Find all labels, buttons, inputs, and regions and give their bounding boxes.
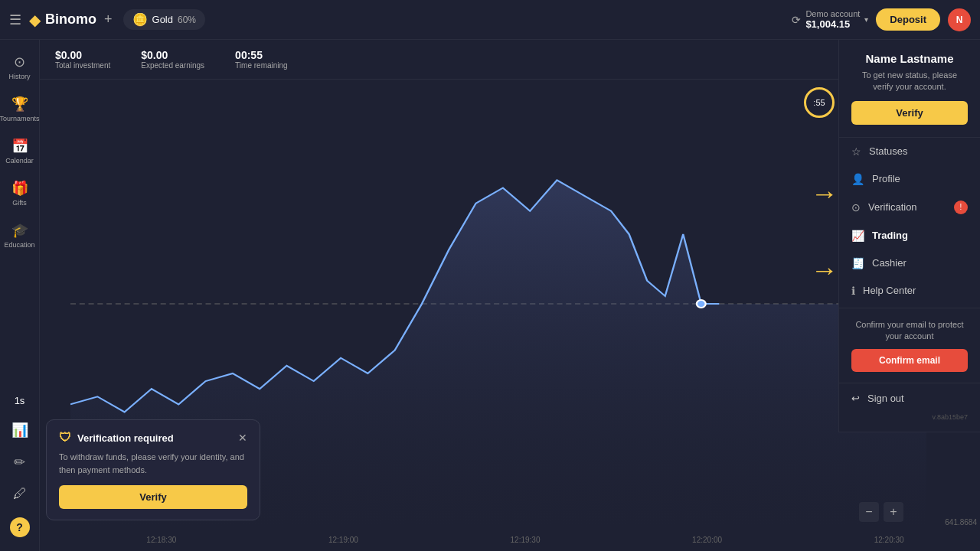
time-label-1: 12:18:30 xyxy=(146,536,176,544)
account-selector[interactable]: 🪙 Gold 60% xyxy=(123,9,206,30)
time-label-3: 12:19:30 xyxy=(511,536,541,544)
zoom-controls: − + xyxy=(859,502,903,522)
version-label: v.8ab15be7 xyxy=(839,410,980,424)
sign-out-button[interactable]: ↩ Sign out xyxy=(839,386,980,410)
sidebar-item-pencil[interactable]: 🖊 xyxy=(0,480,39,508)
confirm-email-button[interactable]: Confirm email xyxy=(851,349,968,372)
time-remaining-value: 00:55 xyxy=(235,49,288,61)
menu-item-cashier[interactable]: 🧾 Cashier xyxy=(839,249,980,277)
sidebar-item-label: History xyxy=(8,73,30,80)
cashier-label: Cashier xyxy=(872,257,906,269)
profile-dropdown: Name Lastname To get new status, please … xyxy=(838,40,980,432)
pencil-icon: 🖊 xyxy=(13,486,27,502)
time-button: 1s xyxy=(15,395,25,406)
dropdown-divider-2 xyxy=(839,383,980,383)
shield-icon: 🛡 xyxy=(59,431,71,445)
toast-close-button[interactable]: ✕ xyxy=(238,432,247,444)
profile-header: Name Lastname To get new status, please … xyxy=(839,40,980,138)
zoom-out-button[interactable]: − xyxy=(859,502,879,522)
price-axis-label: 641.8684 xyxy=(945,518,977,527)
dropdown-divider xyxy=(839,308,980,308)
confirm-email-label: Confirm your email to protect your accou… xyxy=(851,319,968,343)
cashier-icon: 🧾 xyxy=(851,257,864,269)
plus-button[interactable]: + xyxy=(104,11,113,28)
menu-item-statuses[interactable]: ☆ Statuses xyxy=(839,138,980,165)
sidebar-item-gifts[interactable]: 🎁 Gifts xyxy=(0,174,39,213)
arrow-right-2: → xyxy=(811,254,838,286)
sidebar-item-draw[interactable]: ✏ xyxy=(0,448,39,477)
total-investment-label: Total investment xyxy=(55,61,110,70)
expected-earnings-stat: $0.00 Expected earnings xyxy=(141,49,204,70)
topnav: ☰ ◆ Binomo + 🪙 Gold 60% ⟳ Demo account $… xyxy=(0,0,980,40)
sidebar-item-calendar[interactable]: 📅 Calendar xyxy=(0,132,39,171)
timer-value: :55 xyxy=(813,98,825,107)
sidebar-item-label: Gifts xyxy=(12,199,27,207)
calendar-icon: 📅 xyxy=(11,138,28,155)
sidebar-item-1s[interactable]: 1s xyxy=(0,389,39,412)
education-icon: 🎓 xyxy=(11,222,28,239)
total-investment-value: $0.00 xyxy=(55,49,110,61)
logo-icon: ◆ xyxy=(29,11,41,29)
refresh-icon: ⟳ xyxy=(792,14,801,26)
menu-item-verification[interactable]: ⊙ Verification ! xyxy=(839,193,980,222)
verification-label: Verification xyxy=(868,201,917,213)
time-label-4: 12:20:00 xyxy=(692,536,722,544)
time-label-2: 12:19:00 xyxy=(328,536,358,544)
total-investment-stat: $0.00 Total investment xyxy=(55,49,110,70)
toast-verify-button[interactable]: Verify xyxy=(59,485,247,509)
statuses-icon: ☆ xyxy=(851,145,861,158)
chevron-down-icon: ▾ xyxy=(864,15,868,24)
help-center-label: Help Center xyxy=(863,285,916,296)
profile-name: Name Lastname xyxy=(851,52,968,65)
sidebar-item-education[interactable]: 🎓 Education xyxy=(0,216,39,255)
menu-item-trading[interactable]: 📈 Trading xyxy=(839,222,980,249)
help-center-icon: ℹ xyxy=(851,285,855,297)
help-circle: ? xyxy=(10,517,30,537)
sidebar-item-label: Education xyxy=(4,241,34,249)
signout-icon: ↩ xyxy=(851,393,860,404)
avatar[interactable]: N xyxy=(948,8,971,31)
draw-icon: ✏ xyxy=(14,454,25,471)
verification-toast: 🛡 Verification required ✕ To withdraw fu… xyxy=(46,419,260,520)
svg-point-1 xyxy=(697,300,706,308)
time-remaining-label: Time remaining xyxy=(235,61,288,70)
toast-title: 🛡 Verification required xyxy=(59,431,174,445)
time-label-5: 12:20:30 xyxy=(874,536,904,544)
deposit-button[interactable]: Deposit xyxy=(876,8,940,31)
expected-earnings-value: $0.00 xyxy=(141,49,204,61)
sidebar-item-tournaments[interactable]: 🏆 Tournaments xyxy=(0,90,39,129)
statuses-label: Statuses xyxy=(869,145,908,157)
account-percent: 60% xyxy=(178,15,196,25)
sidebar-item-help[interactable]: ? xyxy=(0,511,39,543)
sidebar-item-history[interactable]: ⊙ History xyxy=(0,47,39,86)
gifts-icon: 🎁 xyxy=(11,180,28,197)
profile-label: Profile xyxy=(872,173,900,184)
zoom-in-button[interactable]: + xyxy=(884,502,903,522)
tournaments-icon: 🏆 xyxy=(11,96,28,112)
toast-body: To withdraw funds, please verify your id… xyxy=(59,451,247,476)
timer-circle: :55 xyxy=(804,87,835,118)
trading-icon: 📈 xyxy=(851,230,864,242)
demo-account-amount: $1,004.15 xyxy=(805,18,860,30)
arrow-right-1: → xyxy=(811,178,838,210)
confirm-email-section: Confirm your email to protect your accou… xyxy=(839,311,980,380)
chart-icon: 📊 xyxy=(11,422,28,439)
logo-text: Binomo xyxy=(45,11,96,28)
profile-subtitle: To get new status, please verify your ac… xyxy=(851,70,968,93)
sidebar-item-chart[interactable]: 📊 xyxy=(0,416,39,445)
profile-verify-button[interactable]: Verify xyxy=(851,101,968,125)
hamburger-button[interactable]: ☰ xyxy=(9,11,21,28)
demo-account[interactable]: ⟳ Demo account $1,004.15 ▾ xyxy=(792,9,868,30)
verification-badge: ! xyxy=(954,201,968,214)
logo: ◆ Binomo xyxy=(29,11,96,29)
verification-icon: ⊙ xyxy=(851,201,861,214)
menu-item-profile[interactable]: 👤 Profile xyxy=(839,165,980,193)
menu-item-help-center[interactable]: ℹ Help Center xyxy=(839,277,980,305)
history-icon: ⊙ xyxy=(14,54,25,70)
sidebar-item-label: Tournaments xyxy=(0,115,40,122)
profile-icon: 👤 xyxy=(851,173,864,185)
time-axis: 12:18:30 12:19:00 12:19:30 12:20:00 12:2… xyxy=(70,528,980,551)
coin-icon: 🪙 xyxy=(132,12,148,27)
account-name: Gold xyxy=(152,14,173,25)
signout-label: Sign out xyxy=(867,393,904,404)
